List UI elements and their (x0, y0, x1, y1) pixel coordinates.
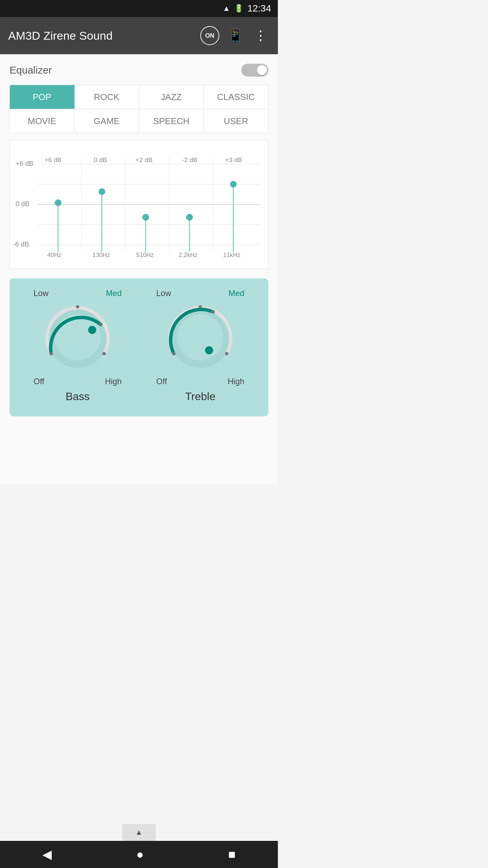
svg-point-46 (205, 346, 213, 354)
svg-point-22 (142, 214, 149, 221)
eq-svg: +6 dB 0 dB -6 dB 40Hz +6 dB 130Hz 0 dB (10, 144, 268, 265)
status-bar: ▲ 🔋 12:34 (0, 0, 278, 17)
treble-name: Treble (185, 390, 216, 403)
svg-point-37 (102, 352, 106, 355)
svg-text:2.2kHz: 2.2kHz (179, 252, 198, 258)
svg-text:40Hz: 40Hz (47, 252, 62, 258)
svg-point-14 (55, 199, 61, 206)
treble-top-labels: Low Med (156, 289, 244, 298)
tab-speech[interactable]: SPEECH (139, 109, 204, 133)
svg-text:11kHz: 11kHz (223, 252, 241, 258)
svg-point-18 (99, 188, 105, 195)
tab-row-1: POP ROCK JAZZ CLASSIC (10, 85, 268, 109)
preset-tabs: POP ROCK JAZZ CLASSIC MOVIE GAME SPEECH … (9, 85, 268, 133)
bass-low-label: Low (34, 289, 48, 298)
more-menu-icon[interactable]: ⋮ (251, 25, 270, 46)
equalizer-toggle[interactable] (241, 64, 268, 77)
svg-text:+6 dB: +6 dB (45, 156, 62, 163)
svg-point-35 (49, 352, 53, 355)
app-bar: AM3D Zirene Sound ON 📱 ⋮ (0, 17, 278, 54)
main-content: Equalizer POP ROCK JAZZ CLASSIC MOVIE GA… (0, 54, 278, 484)
svg-text:0 dB: 0 dB (94, 156, 107, 163)
wifi-icon: ▲ (223, 4, 230, 13)
equalizer-label: Equalizer (9, 64, 52, 76)
svg-text:+3 dB: +3 dB (225, 156, 242, 163)
treble-knob-container: Low Med (146, 289, 255, 403)
bass-dial[interactable] (40, 300, 115, 375)
svg-point-44 (225, 352, 228, 355)
bass-name: Bass (65, 390, 89, 403)
treble-med-label: Med (228, 289, 244, 298)
app-title: AM3D Zirene Sound (8, 29, 195, 42)
svg-text:-2 dB: -2 dB (182, 156, 197, 163)
bass-high-label: High (105, 377, 122, 386)
tab-pop[interactable]: POP (10, 85, 75, 109)
tab-rock[interactable]: ROCK (75, 85, 139, 109)
bottom-bar: ▲ (0, 824, 278, 841)
svg-point-42 (172, 352, 176, 355)
treble-high-label: High (228, 377, 244, 386)
tab-row-2: MOVIE GAME SPEECH USER (10, 109, 268, 133)
bass-med-label: Med (106, 289, 122, 298)
tab-classic[interactable]: CLASSIC (204, 85, 268, 109)
recents-nav-icon[interactable]: ■ (228, 847, 236, 862)
svg-point-43 (199, 305, 202, 309)
svg-text:+2 dB: +2 dB (136, 156, 152, 163)
treble-off-label: Off (156, 377, 167, 386)
knobs-section: Low Med (9, 278, 268, 416)
tab-game[interactable]: GAME (75, 109, 139, 133)
phone-icon[interactable]: 📱 (225, 25, 246, 46)
eq-graph: +6 dB 0 dB -6 dB 40Hz +6 dB 130Hz 0 dB (9, 140, 268, 269)
svg-point-38 (99, 323, 102, 326)
back-nav-icon[interactable]: ◀ (42, 847, 52, 862)
svg-text:-6 dB: -6 dB (13, 240, 29, 248)
svg-point-36 (76, 305, 79, 309)
svg-text:0 dB: 0 dB (16, 200, 29, 208)
svg-point-30 (230, 181, 237, 188)
toggle-knob (257, 65, 267, 75)
bass-off-label: Off (34, 377, 44, 386)
bass-top-labels: Low Med (34, 289, 122, 298)
svg-point-41 (177, 314, 223, 360)
on-label: ON (205, 32, 215, 39)
treble-low-label: Low (156, 289, 171, 298)
on-button[interactable]: ON (200, 26, 219, 45)
equalizer-row: Equalizer (9, 64, 268, 77)
battery-icon: 🔋 (234, 4, 243, 13)
bass-bottom-labels: Off High (34, 377, 122, 386)
treble-dial[interactable] (163, 300, 238, 375)
svg-point-26 (186, 214, 193, 221)
treble-bottom-labels: Off High (156, 377, 244, 386)
bass-knob-container: Low Med (23, 289, 132, 403)
tab-movie[interactable]: MOVIE (10, 109, 75, 133)
home-nav-icon[interactable]: ● (136, 847, 144, 862)
svg-text:130Hz: 130Hz (93, 252, 110, 258)
tab-jazz[interactable]: JAZZ (139, 85, 204, 109)
expand-button[interactable]: ▲ (122, 824, 156, 841)
nav-bar: ◀ ● ■ (0, 841, 278, 868)
svg-point-45 (211, 310, 215, 314)
tab-user[interactable]: USER (204, 109, 268, 133)
svg-point-39 (88, 326, 96, 334)
status-time: 12:34 (247, 3, 271, 14)
svg-text:+6 dB: +6 dB (16, 160, 34, 167)
svg-text:510Hz: 510Hz (136, 252, 154, 258)
